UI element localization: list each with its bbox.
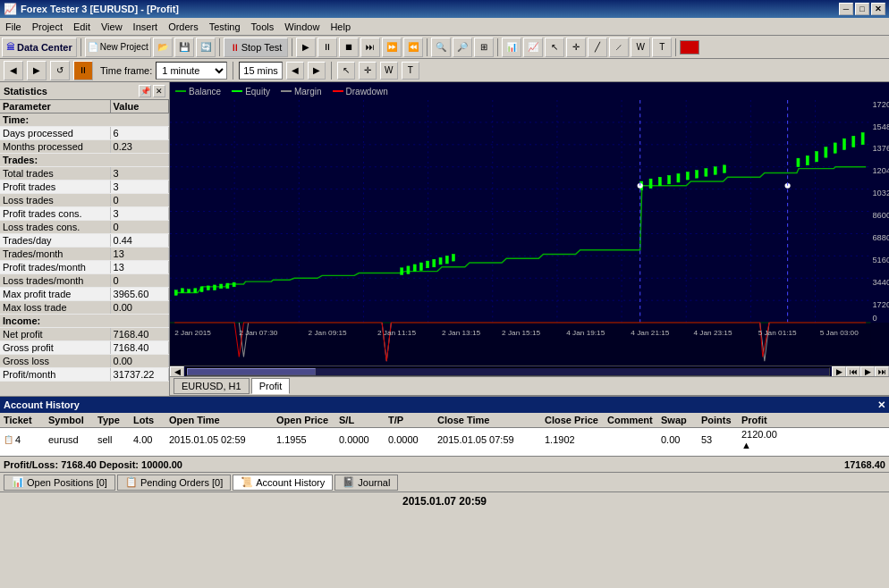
chart-type-btn[interactable]: 📊 xyxy=(502,38,521,57)
trendline-btn[interactable]: ⟋ xyxy=(609,38,629,57)
tab-eurusd[interactable]: EURUSD, H1 xyxy=(174,378,250,394)
scroll-play-btn[interactable]: ▶ xyxy=(860,366,875,377)
table-row[interactable]: 📋 4 eurusd sell 4.00 2015.01.05 02:59 1.… xyxy=(0,428,889,451)
nav-pause-btn[interactable]: ⏸ xyxy=(73,61,93,80)
indicator-btn[interactable]: 📈 xyxy=(523,38,543,57)
menu-project[interactable]: Project xyxy=(27,20,68,34)
newproject-button[interactable]: 📄 New Project xyxy=(85,38,151,57)
toolbar-sep-6 xyxy=(675,38,676,56)
save-button[interactable]: 💾 xyxy=(174,38,194,57)
menu-insert[interactable]: Insert xyxy=(128,20,164,34)
tf-cursor-btn[interactable]: ↖ xyxy=(337,62,355,80)
tf-wand-btn[interactable]: W xyxy=(380,62,398,80)
stoptest-button[interactable]: ⏸ Stop Test xyxy=(224,38,289,57)
tf-t-btn[interactable]: T xyxy=(402,62,419,80)
menu-orders[interactable]: Orders xyxy=(163,20,204,34)
stats-row: Max loss trade0.00 xyxy=(0,301,169,315)
tab-profit[interactable]: Profit xyxy=(251,378,291,394)
menu-edit[interactable]: Edit xyxy=(68,20,96,34)
tab-account-history[interactable]: 📜 Account History xyxy=(233,475,333,491)
menu-tools[interactable]: Tools xyxy=(246,20,280,34)
stats-param: Loss trades cons. xyxy=(0,221,110,234)
period-prev-btn[interactable]: ◀ xyxy=(286,62,304,80)
stats-param: Trades: xyxy=(0,154,169,167)
chart-scrollbar[interactable]: ◀ ▶ ⏮ ▶ ⏭ xyxy=(170,365,889,376)
menu-file[interactable]: File xyxy=(0,20,27,34)
stats-row: Trades: xyxy=(0,154,169,167)
legend-equity: Equity xyxy=(232,87,270,97)
scroll-end-btn[interactable]: ⏭ xyxy=(875,366,889,377)
zoom-fit-button[interactable]: ⊞ xyxy=(474,38,494,57)
margin-color xyxy=(281,90,292,92)
stats-close-btn[interactable]: ✕ xyxy=(153,85,165,97)
cursor-btn[interactable]: ↖ xyxy=(545,38,564,57)
refresh-button[interactable]: 🔄 xyxy=(196,38,216,57)
maximize-button[interactable]: □ xyxy=(855,3,869,15)
svg-text:2 Jan 07:30: 2 Jan 07:30 xyxy=(239,330,278,338)
menu-help[interactable]: Help xyxy=(325,20,356,34)
svg-text:3440: 3440 xyxy=(872,278,889,287)
stats-col-value: Value xyxy=(110,100,168,113)
svg-rect-44 xyxy=(413,265,416,272)
scroll-start-btn[interactable]: ⏮ xyxy=(846,366,860,377)
period-next-btn[interactable]: ▶ xyxy=(308,62,326,80)
scroll-thumb[interactable] xyxy=(187,368,316,375)
open-button[interactable]: 📂 xyxy=(153,38,173,57)
tb-btn-3[interactable]: ⏹ xyxy=(339,38,359,57)
balance-text: 17168.40 xyxy=(844,459,885,470)
tb-btn-1[interactable]: ▶ xyxy=(296,38,316,57)
menu-view[interactable]: View xyxy=(96,20,128,34)
tf-sep xyxy=(233,62,233,80)
scroll-left-btn[interactable]: ◀ xyxy=(170,366,184,377)
zoom-out-button[interactable]: 🔎 xyxy=(453,38,472,57)
fib-btn[interactable]: T xyxy=(652,38,672,57)
scroll-right-btn[interactable]: ▶ xyxy=(832,366,846,377)
svg-rect-45 xyxy=(419,263,422,271)
svg-text:2 Jan 13:15: 2 Jan 13:15 xyxy=(442,330,481,338)
nav-back-btn[interactable]: ◀ xyxy=(4,61,23,80)
stats-row: Profit trades cons.3 xyxy=(0,207,169,221)
datacenter-icon: 🏛 xyxy=(6,42,15,52)
zoom-in-button[interactable]: 🔍 xyxy=(431,38,451,57)
line-btn[interactable]: ╱ xyxy=(588,38,607,57)
stats-param: Loss trades/month xyxy=(0,274,110,288)
tb-btn-2[interactable]: ⏸ xyxy=(318,38,337,57)
stats-row: Profit trades3 xyxy=(0,181,169,194)
minimize-button[interactable]: ─ xyxy=(839,3,853,15)
svg-text:2 Jan 2015: 2 Jan 2015 xyxy=(174,330,211,338)
stats-param: Profit trades xyxy=(0,181,110,194)
svg-rect-33 xyxy=(181,289,183,293)
tf-cross-btn[interactable]: ✛ xyxy=(359,62,377,80)
timeframe-select[interactable]: 1 minute 5 minutes 15 minutes 1 hour xyxy=(156,62,227,80)
menu-testing[interactable]: Testing xyxy=(204,20,246,34)
tab-open-positions[interactable]: 📊 Open Positions [0] xyxy=(4,475,115,491)
toolbar-sep-3 xyxy=(292,38,292,56)
tab-journal[interactable]: 📓 Journal xyxy=(334,475,398,491)
stats-param: Trades/month xyxy=(0,248,110,261)
text-btn[interactable]: W xyxy=(631,38,650,57)
menu-window[interactable]: Window xyxy=(279,20,325,34)
stats-row: Max profit trade3965.60 xyxy=(0,288,169,301)
color-btn[interactable] xyxy=(680,40,699,55)
col-openprice: Open Price xyxy=(273,414,335,426)
svg-rect-36 xyxy=(200,287,203,292)
nav-forward-btn[interactable]: ▶ xyxy=(27,61,47,80)
period-input[interactable]: 15 mins xyxy=(239,62,283,80)
tb-btn-5[interactable]: ⏩ xyxy=(382,38,402,57)
stats-value: 0.00 xyxy=(110,301,168,315)
ah-close-button[interactable]: ✕ xyxy=(877,399,885,411)
stats-pin-btn[interactable]: 📌 xyxy=(139,85,151,97)
col-closeprice: Close Price xyxy=(541,414,604,426)
tb-btn-6[interactable]: ⏪ xyxy=(403,38,423,57)
timeframe-label: Time frame: xyxy=(100,65,152,76)
svg-text:0: 0 xyxy=(872,314,876,323)
scroll-track[interactable] xyxy=(186,367,830,376)
stats-row: Loss trades/month0 xyxy=(0,274,169,288)
datacenter-button[interactable]: 🏛 Data Center xyxy=(2,38,77,57)
crosshair-btn[interactable]: ✛ xyxy=(566,38,586,57)
tb-btn-4[interactable]: ⏭ xyxy=(360,38,380,57)
close-button[interactable]: ✕ xyxy=(871,3,885,15)
nav-sync-btn[interactable]: ↺ xyxy=(50,61,70,80)
chart-canvas[interactable]: 17200 15480 13760 12040 10320 8600 6880 … xyxy=(170,100,889,365)
tab-pending-orders[interactable]: 📋 Pending Orders [0] xyxy=(117,475,231,491)
